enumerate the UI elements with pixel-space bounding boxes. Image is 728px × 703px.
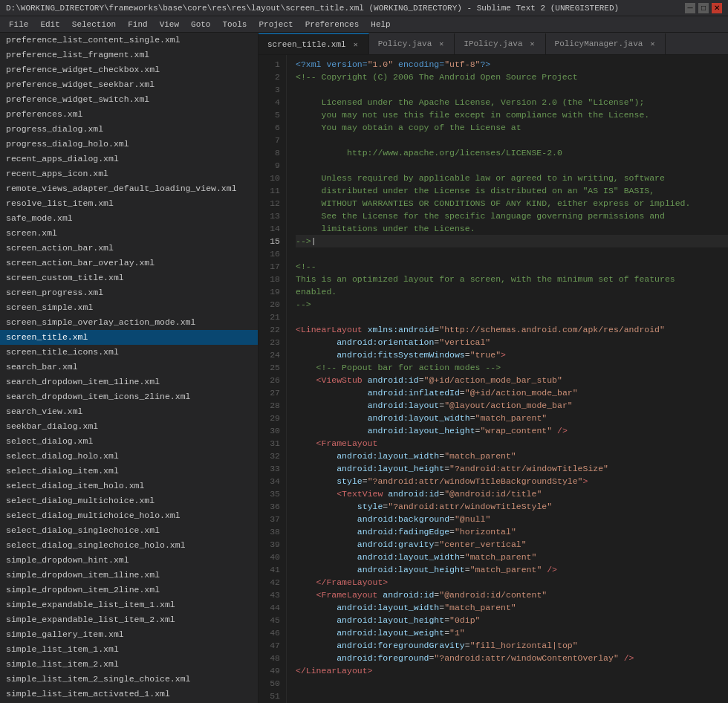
- tree-item[interactable]: screen_progress.xml: [0, 285, 258, 300]
- code-line: android:layout_width="match_parent": [296, 603, 516, 612]
- menu-item-selection[interactable]: Selection: [66, 16, 122, 32]
- tree-item[interactable]: select_dialog.xml: [0, 434, 258, 449]
- tree-item[interactable]: select_dialog_singlechoice_holo.xml: [0, 538, 258, 553]
- code-line: Unless required by applicable law or agr…: [296, 173, 665, 183]
- tree-item[interactable]: recent_apps_dialog.xml: [0, 152, 258, 166]
- tree-item[interactable]: screen_title.xml: [0, 330, 258, 345]
- maximize-button[interactable]: □: [698, 3, 709, 13]
- menu-item-file[interactable]: File: [3, 16, 34, 32]
- menu-bar: FileEditSelectionFindViewGotoToolsProjec…: [0, 16, 728, 33]
- tree-item[interactable]: select_dialog_multichoice.xml: [0, 493, 258, 508]
- menu-item-project[interactable]: Project: [253, 16, 299, 32]
- tree-item[interactable]: progress_dialog_holo.xml: [0, 137, 258, 152]
- main-layout: preference_list_content_single.xmlprefer…: [0, 33, 728, 703]
- menu-item-tools[interactable]: Tools: [216, 16, 253, 32]
- line-number: 11: [261, 184, 280, 197]
- tree-item[interactable]: simple_dropdown_item_2line.xml: [0, 583, 258, 597]
- line-number: 1: [261, 58, 280, 71]
- minimize-button[interactable]: ─: [685, 3, 695, 13]
- tree-item[interactable]: select_dialog_item.xml: [0, 464, 258, 479]
- code-line: Licensed under the Apache License, Versi…: [296, 97, 644, 107]
- tree-item[interactable]: search_dropdown_item_icons_2line.xml: [0, 389, 258, 404]
- tree-item[interactable]: simple_list_item_activated_1.xml: [0, 687, 258, 702]
- code-line: This is an optimized layout for a screen…: [296, 274, 675, 284]
- tree-item[interactable]: simple_dropdown_hint.xml: [0, 553, 258, 568]
- menu-item-preferences[interactable]: Preferences: [299, 16, 365, 32]
- tree-item[interactable]: simple_dropdown_item_1line.xml: [0, 568, 258, 583]
- tree-item[interactable]: select_dialog_multichoice_holo.xml: [0, 508, 258, 523]
- line-number: 39: [261, 538, 280, 551]
- code-line: You may obtain a copy of the License at: [296, 123, 521, 132]
- code-line: android:inflatedId="@+id/action_mode_bar…: [296, 388, 578, 398]
- code-line: <?xml version="1.0" encoding="utf-8"?>: [296, 59, 490, 69]
- tree-item[interactable]: preference_widget_checkbox.xml: [0, 62, 258, 77]
- tree-item[interactable]: search_view.xml: [0, 404, 258, 419]
- line-number: 42: [261, 576, 280, 589]
- tree-item[interactable]: preferences.xml: [0, 107, 258, 122]
- tree-item[interactable]: simple_list_item_1.xml: [0, 642, 258, 657]
- tree-item[interactable]: safe_mode.xml: [0, 211, 258, 226]
- line-number: 19: [261, 285, 280, 298]
- tree-item[interactable]: preference_widget_switch.xml: [0, 92, 258, 107]
- code-line: <FrameLayout android:id="@android:id/con…: [296, 590, 547, 600]
- code-line: WITHOUT WARRANTIES OR CONDITIONS OF ANY …: [296, 198, 690, 208]
- code-line: android:gravity="center_vertical": [296, 540, 527, 549]
- menu-item-goto[interactable]: Goto: [185, 16, 216, 32]
- tab-screen_title-xml[interactable]: screen_title.xml✕: [259, 33, 369, 54]
- code-line: android:layout_height="match_parent" />: [296, 565, 557, 574]
- menu-item-help[interactable]: Help: [365, 16, 396, 32]
- line-number: 4: [261, 96, 280, 108]
- menu-item-edit[interactable]: Edit: [34, 16, 65, 32]
- tree-item[interactable]: screen_action_bar.xml: [0, 241, 258, 256]
- tree-item[interactable]: simple_list_item_2_single_choice.xml: [0, 672, 258, 687]
- tree-item[interactable]: preference_list_content_single.xml: [0, 33, 258, 48]
- tree-item[interactable]: resolve_list_item.xml: [0, 196, 258, 211]
- tab-Policy-java[interactable]: Policy.java✕: [369, 33, 455, 54]
- tab-close-btn[interactable]: ✕: [529, 39, 536, 49]
- tab-close-btn[interactable]: ✕: [649, 39, 656, 49]
- code-line: <!-- Copyright (C) 2006 The Android Open…: [296, 72, 578, 82]
- tree-item[interactable]: screen_title_icons.xml: [0, 345, 258, 360]
- tree-item[interactable]: screen_custom_title.xml: [0, 270, 258, 285]
- tree-item[interactable]: select_dialog_holo.xml: [0, 449, 258, 464]
- code-line: <!--: [296, 262, 316, 271]
- tree-item[interactable]: simple_gallery_item.xml: [0, 627, 258, 642]
- tree-item[interactable]: search_bar.xml: [0, 360, 258, 375]
- line-number: 34: [261, 475, 280, 487]
- tab-IPolicy-java[interactable]: IPolicy.java✕: [455, 33, 545, 54]
- tree-item[interactable]: screen.xml: [0, 226, 258, 241]
- code-line: limitations under the License.: [296, 224, 475, 233]
- line-number: 51: [261, 690, 280, 702]
- tree-item[interactable]: simple_list_item_2.xml: [0, 657, 258, 672]
- code-line: <FrameLayout: [296, 438, 377, 448]
- tree-item[interactable]: screen_simple_overlay_action_mode.xml: [0, 315, 258, 330]
- tree-item[interactable]: screen_simple.xml: [0, 300, 258, 315]
- tab-label: Policy.java: [378, 39, 432, 48]
- tree-item[interactable]: simple_expandable_list_item_2.xml: [0, 612, 258, 627]
- tab-close-btn[interactable]: ✕: [438, 39, 445, 49]
- tab-close-btn[interactable]: ✕: [352, 39, 360, 50]
- tree-item[interactable]: preference_widget_seekbar.xml: [0, 77, 258, 92]
- tree-item[interactable]: progress_dialog.xml: [0, 122, 258, 137]
- code-line: style="?android:attr/windowTitleStyle": [296, 502, 552, 511]
- tab-label: PolicyManager.java: [555, 39, 643, 48]
- line-number: 46: [261, 626, 280, 639]
- tab-label: screen_title.xml: [267, 40, 346, 49]
- tree-item[interactable]: remote_views_adapter_default_loading_vie…: [0, 181, 258, 196]
- menu-item-find[interactable]: Find: [122, 16, 153, 32]
- tab-PolicyManager-java[interactable]: PolicyManager.java✕: [546, 33, 666, 54]
- tree-item[interactable]: search_dropdown_item_1line.xml: [0, 375, 258, 389]
- tree-item[interactable]: simple_expandable_list_item_1.xml: [0, 597, 258, 612]
- menu-item-view[interactable]: View: [154, 16, 185, 32]
- tree-item[interactable]: recent_apps_icon.xml: [0, 166, 258, 181]
- tree-item[interactable]: select_dialog_item_holo.xml: [0, 479, 258, 493]
- line-number: 16: [261, 247, 280, 260]
- tree-item[interactable]: seekbar_dialog.xml: [0, 419, 258, 434]
- line-number: 18: [261, 273, 280, 285]
- tree-item[interactable]: select_dialog_singlechoice.xml: [0, 523, 258, 538]
- tree-item[interactable]: preference_list_fragment.xml: [0, 48, 258, 62]
- tree-item[interactable]: screen_action_bar_overlay.xml: [0, 256, 258, 270]
- code-editor[interactable]: 1234567891011121314151617181920212223242…: [259, 55, 728, 703]
- code-content[interactable]: <?xml version="1.0" encoding="utf-8"?> <…: [287, 55, 728, 703]
- close-button[interactable]: ✕: [712, 3, 722, 13]
